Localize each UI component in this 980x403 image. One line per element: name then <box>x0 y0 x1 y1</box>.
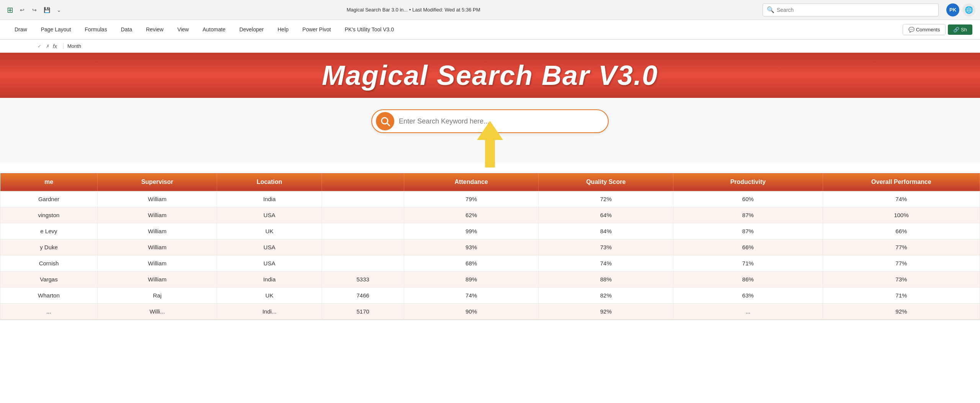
table-cell: Raj <box>97 288 217 304</box>
table-cell: 99% <box>404 223 539 239</box>
banner-title: Magical Search Bar V3.0 <box>322 60 658 91</box>
table-cell: 66% <box>823 223 980 239</box>
table-cell: Vargas <box>0 271 98 288</box>
table-cell: 92% <box>539 304 673 320</box>
ribbon: Draw Page Layout Formulas Data Review Vi… <box>0 20 980 40</box>
table-row: ...Willi...Indi...517090%92%...92% <box>0 304 980 320</box>
col-header-overall: Overall Performance <box>823 173 980 191</box>
table-cell: 63% <box>673 288 823 304</box>
svg-line-1 <box>387 123 389 125</box>
ribbon-tab-draw[interactable]: Draw <box>8 21 34 38</box>
col-header-productivity: Productivity <box>673 173 823 191</box>
table-cell: 88% <box>539 271 673 288</box>
title-search-input[interactable] <box>777 7 934 13</box>
quick-access-toolbar: ⊞ ↩ ↪ 💾 ⌄ <box>5 5 64 15</box>
table-cell: Gardner <box>0 191 98 207</box>
table-cell: William <box>97 191 217 207</box>
fx-label: fx <box>53 43 57 49</box>
formula-bar: ✓ ✗ fx Month <box>0 40 980 53</box>
table-row: GardnerWilliamIndia79%72%60%74% <box>0 191 980 207</box>
ribbon-tab-help[interactable]: Help <box>271 21 296 38</box>
table-cell <box>322 239 404 255</box>
main-content: Magical Search Bar V3.0 me <box>0 53 980 320</box>
col-header-location: Location <box>217 173 322 191</box>
document-title: Magical Search Bar 3.0 in... • Last Modi… <box>67 7 760 13</box>
table-cell: ... <box>0 304 98 320</box>
title-search-icon: 🔍 <box>767 6 774 13</box>
table-cell: 68% <box>404 255 539 271</box>
ribbon-tab-automate[interactable]: Automate <box>196 21 232 38</box>
col-header-salary <box>322 173 404 191</box>
ribbon-tab-utility[interactable]: PK's Utility Tool V3.0 <box>338 21 401 38</box>
table-row: y DukeWilliamUSA93%73%66%77% <box>0 239 980 255</box>
data-table-wrapper: me Supervisor Location Attendance Qualit… <box>0 173 980 320</box>
col-header-supervisor: Supervisor <box>97 173 217 191</box>
table-cell: William <box>97 223 217 239</box>
ribbon-tab-developer[interactable]: Developer <box>232 21 271 38</box>
table-row: vingstonWilliamUSA62%64%87%100% <box>0 207 980 223</box>
table-cell: 92% <box>823 304 980 320</box>
ribbon-tab-power-pivot[interactable]: Power Pivot <box>296 21 338 38</box>
table-cell: ... <box>673 304 823 320</box>
formula-value: Month <box>63 43 976 49</box>
table-cell: 87% <box>673 207 823 223</box>
ribbon-tab-view[interactable]: View <box>170 21 196 38</box>
col-header-quality: Quality Score <box>539 173 673 191</box>
search-icon <box>380 116 390 127</box>
table-cell: e Levy <box>0 223 98 239</box>
table-cell: 72% <box>539 191 673 207</box>
ribbon-tab-formulas[interactable]: Formulas <box>78 21 114 38</box>
data-table: me Supervisor Location Attendance Qualit… <box>0 173 980 320</box>
table-cell: 66% <box>673 239 823 255</box>
table-cell: 5333 <box>322 271 404 288</box>
search-icon-circle <box>376 112 394 130</box>
table-row: WhartonRajUK746674%82%63%71% <box>0 288 980 304</box>
ribbon-tab-review[interactable]: Review <box>139 21 170 38</box>
table-cell: 79% <box>404 191 539 207</box>
undo-button[interactable]: ↩ <box>17 5 28 15</box>
table-cell <box>322 223 404 239</box>
table-cell: 74% <box>404 288 539 304</box>
title-search-box[interactable]: 🔍 <box>763 3 939 16</box>
table-cell: 82% <box>539 288 673 304</box>
user-avatar: PK <box>946 3 959 16</box>
table-cell: 62% <box>404 207 539 223</box>
table-cell: 73% <box>539 239 673 255</box>
table-cell: 5170 <box>322 304 404 320</box>
table-cell: 86% <box>673 271 823 288</box>
table-cell: William <box>97 239 217 255</box>
table-cell: USA <box>217 207 322 223</box>
table-cell: 84% <box>539 223 673 239</box>
table-cell: 71% <box>673 255 823 271</box>
table-cell: 87% <box>673 223 823 239</box>
table-cell: USA <box>217 255 322 271</box>
user-area: PK 🌐 <box>946 3 975 16</box>
table-cell: 77% <box>823 239 980 255</box>
save-button[interactable]: 💾 <box>41 5 52 15</box>
table-cell: William <box>97 207 217 223</box>
table-cell: 93% <box>404 239 539 255</box>
table-cell: 77% <box>823 255 980 271</box>
table-cell: Indi... <box>217 304 322 320</box>
excel-icon: ⊞ <box>5 5 15 15</box>
table-cell: India <box>217 271 322 288</box>
comments-button[interactable]: 💬 Comments <box>903 24 946 35</box>
ribbon-tab-page-layout[interactable]: Page Layout <box>34 21 78 38</box>
table-cell: Wharton <box>0 288 98 304</box>
globe-icon: 🌐 <box>962 3 975 16</box>
table-cell: India <box>217 191 322 207</box>
redo-button[interactable]: ↪ <box>29 5 40 15</box>
ribbon-tab-data[interactable]: Data <box>114 21 139 38</box>
table-cell: Cornish <box>0 255 98 271</box>
share-button[interactable]: 🔗 Sh <box>948 24 972 35</box>
table-cell: 64% <box>539 207 673 223</box>
more-button[interactable]: ⌄ <box>54 5 64 15</box>
table-cell: 100% <box>823 207 980 223</box>
banner: Magical Search Bar V3.0 <box>0 53 980 98</box>
table-cell: William <box>97 255 217 271</box>
search-area <box>0 98 980 164</box>
table-cell: 90% <box>404 304 539 320</box>
col-header-attendance: Attendance <box>404 173 539 191</box>
table-cell: 74% <box>823 191 980 207</box>
yellow-arrow <box>477 121 503 167</box>
